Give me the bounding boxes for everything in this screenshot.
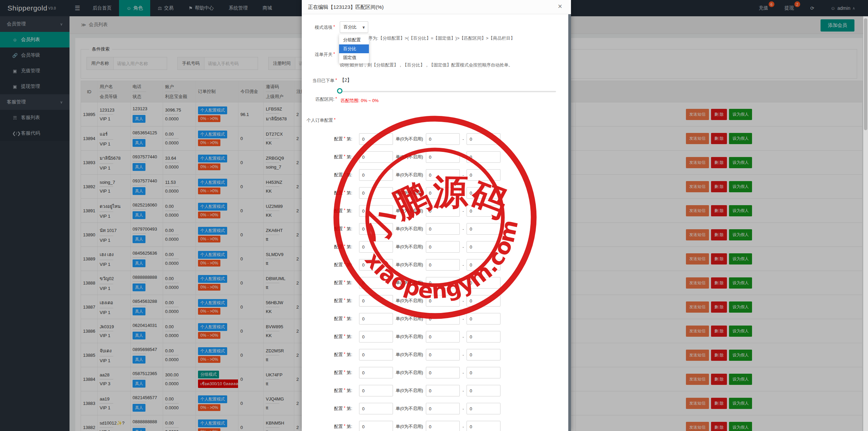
config-max-input[interactable]: [467, 277, 500, 289]
config-count-input[interactable]: [359, 223, 393, 235]
config-count-input[interactable]: [359, 313, 393, 325]
config-max-input[interactable]: [467, 403, 500, 414]
config-count-input[interactable]: [359, 367, 393, 378]
config-min-input[interactable]: [426, 349, 460, 360]
config-min-input[interactable]: [426, 385, 460, 396]
config-min-input[interactable]: [426, 259, 460, 271]
config-unit-label: 单(0为不启用): [396, 154, 423, 160]
dropdown-option-3[interactable]: 固定值: [339, 53, 369, 62]
config-max-input[interactable]: [467, 421, 500, 431]
mode-select[interactable]: 百分比 ∨: [340, 21, 368, 33]
priority-hint: 序为:【分组配置】>(【百分比】=【固定值】)>【匹配区间】>【商品栏目】: [368, 35, 515, 41]
config-row-label: 配置* 第:: [334, 136, 355, 142]
config-unit-label: 单(0为不启用): [396, 262, 423, 268]
config-count-input[interactable]: [359, 349, 393, 360]
config-row-label: 配置* 第:: [334, 190, 355, 196]
range-dash: -: [462, 388, 464, 393]
config-count-input[interactable]: [359, 205, 393, 217]
config-min-input[interactable]: [426, 421, 460, 431]
range-dash: -: [462, 424, 464, 429]
config-max-input[interactable]: [467, 313, 500, 325]
config-max-input[interactable]: [467, 385, 500, 396]
config-min-input[interactable]: [426, 367, 460, 378]
config-count-input[interactable]: [359, 277, 393, 289]
config-max-input[interactable]: [467, 349, 500, 360]
config-count-input[interactable]: [359, 295, 393, 307]
config-unit-label: 单(0为不启用): [396, 190, 423, 196]
config-min-input[interactable]: [426, 241, 460, 253]
order-config-row: 配置* 第:单(0为不启用)-: [334, 420, 500, 431]
config-count-input[interactable]: [359, 241, 393, 253]
order-config-row: 配置* 第:单(0为不启用)-: [334, 169, 500, 181]
config-unit-label: 单(0为不启用): [396, 316, 423, 322]
match-range-slider[interactable]: [340, 91, 556, 92]
modal-scrollbar[interactable]: [568, 14, 571, 431]
config-min-input[interactable]: [426, 169, 460, 181]
config-max-input[interactable]: [467, 223, 500, 235]
config-max-input[interactable]: [467, 187, 500, 199]
config-unit-label: 单(0为不启用): [396, 226, 423, 232]
order-config-row: 配置* 第:单(0为不启用)-: [334, 241, 500, 253]
config-count-input[interactable]: [359, 259, 393, 271]
config-max-input[interactable]: [467, 259, 500, 271]
config-count-input[interactable]: [359, 133, 393, 145]
config-min-input[interactable]: [426, 187, 460, 199]
range-dash: -: [462, 334, 464, 339]
config-unit-label: 单(0为不启用): [396, 208, 423, 214]
config-row-label: 配置* 第:: [334, 172, 355, 178]
range-dash: -: [462, 352, 464, 357]
config-count-input[interactable]: [359, 169, 393, 181]
config-count-input[interactable]: [359, 151, 393, 163]
config-count-input[interactable]: [359, 403, 393, 414]
order-config-row: 配置* 第:单(0为不启用)-: [334, 367, 500, 379]
config-max-input[interactable]: [467, 205, 500, 217]
match-interval-label: 匹配区间:*: [308, 96, 337, 102]
config-max-input[interactable]: [467, 133, 500, 145]
config-max-input[interactable]: [467, 151, 500, 163]
config-count-input[interactable]: [359, 331, 393, 342]
config-max-input[interactable]: [467, 241, 500, 253]
dropdown-option-1[interactable]: 分组配置: [339, 36, 369, 44]
range-dash: -: [462, 406, 464, 411]
config-row-label: 配置* 第:: [334, 424, 355, 430]
match-range-text: 匹配范围: 0% ~ 0%: [341, 98, 379, 104]
range-dash: -: [462, 173, 464, 178]
config-min-input[interactable]: [426, 277, 460, 289]
config-min-input[interactable]: [426, 223, 460, 235]
config-min-input[interactable]: [426, 313, 460, 325]
page-scrollbar[interactable]: [863, 16, 868, 431]
edit-match-interval-modal: 正在编辑【123123】匹配区间(%) × 模式选项* 百分比 ∨ 序为:【分组…: [302, 0, 571, 431]
config-min-input[interactable]: [426, 133, 460, 145]
config-min-input[interactable]: [426, 295, 460, 307]
order-config-row: 配置* 第:单(0为不启用)-: [334, 133, 500, 145]
config-min-input[interactable]: [426, 331, 460, 342]
config-unit-label: 单(0为不启用): [396, 172, 423, 178]
page-scrollbar-thumb[interactable]: [864, 18, 867, 130]
close-icon[interactable]: ×: [558, 3, 562, 10]
config-row-label: 配置* 第:: [334, 298, 355, 304]
config-count-input[interactable]: [359, 385, 393, 396]
order-config-row: 配置* 第:单(0为不启用)-: [334, 313, 500, 325]
dropdown-option-2[interactable]: 百分比: [339, 44, 369, 53]
config-count-input[interactable]: [359, 187, 393, 199]
range-dash: -: [462, 137, 464, 142]
config-max-input[interactable]: [467, 331, 500, 342]
config-max-input[interactable]: [467, 295, 500, 307]
config-max-input[interactable]: [467, 367, 500, 378]
range-dash: -: [462, 316, 464, 321]
config-min-input[interactable]: [426, 205, 460, 217]
config-count-input[interactable]: [359, 421, 393, 431]
config-row-label: 配置* 第:: [334, 406, 355, 412]
config-row-label: 配置* 第:: [334, 226, 355, 232]
range-dash: -: [462, 209, 464, 214]
config-unit-label: 单(0为不启用): [396, 424, 423, 430]
config-row-label: 配置* 第:: [334, 262, 355, 268]
config-min-input[interactable]: [426, 403, 460, 414]
range-dash: -: [462, 244, 464, 250]
order-config-row: 配置* 第:单(0为不启用)-: [334, 205, 500, 217]
slider-handle[interactable]: [337, 88, 342, 94]
config-max-input[interactable]: [467, 169, 500, 181]
config-row-label: 配置* 第:: [334, 334, 355, 340]
personal-order-config-label: 个人订单配置*: [307, 117, 344, 123]
config-min-input[interactable]: [426, 151, 460, 163]
